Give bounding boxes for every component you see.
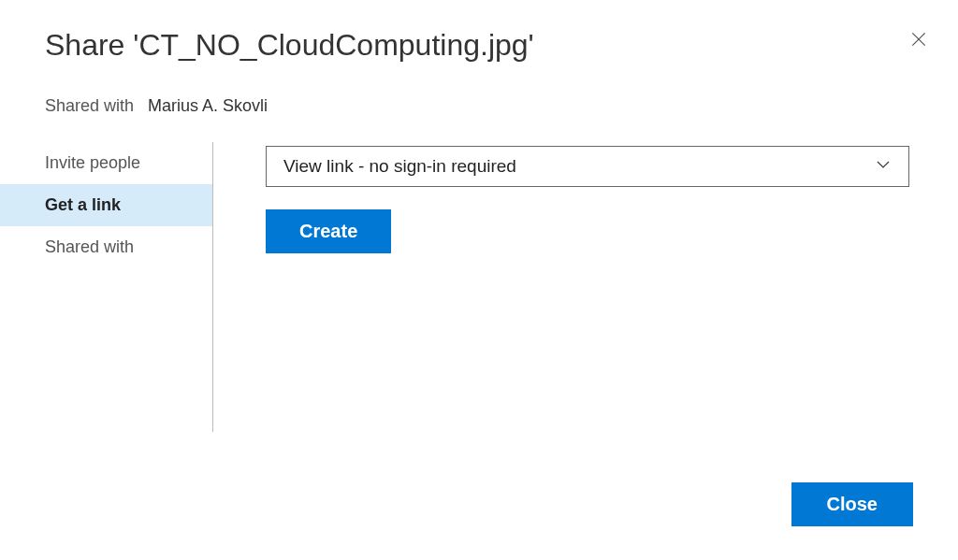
sidebar-item-label: Invite people [45,153,140,172]
sidebar-item-shared-with[interactable]: Shared with [45,226,212,268]
sidebar-item-get-a-link[interactable]: Get a link [0,184,212,226]
link-type-dropdown[interactable]: View link - no sign-in required [266,146,909,187]
sidebar-item-label: Get a link [45,195,121,214]
chevron-down-icon [875,156,892,178]
create-button[interactable]: Create [266,209,391,253]
sidebar: Invite people Get a link Shared with [45,142,213,432]
shared-with-line: Shared with Marius A. Skovli [45,96,913,116]
share-dialog: Share 'CT_NO_CloudComputing.jpg' Shared … [0,0,958,560]
sidebar-item-label: Shared with [45,237,134,256]
sidebar-item-invite-people[interactable]: Invite people [45,142,212,184]
main-panel: View link - no sign-in required Create [213,142,913,253]
shared-with-name: Marius A. Skovli [148,96,268,115]
shared-with-label: Shared with [45,96,134,115]
close-button[interactable]: Close [791,482,913,526]
dialog-title: Share 'CT_NO_CloudComputing.jpg' [45,28,913,63]
close-icon[interactable] [907,28,930,50]
dropdown-selected-label: View link - no sign-in required [283,156,516,177]
